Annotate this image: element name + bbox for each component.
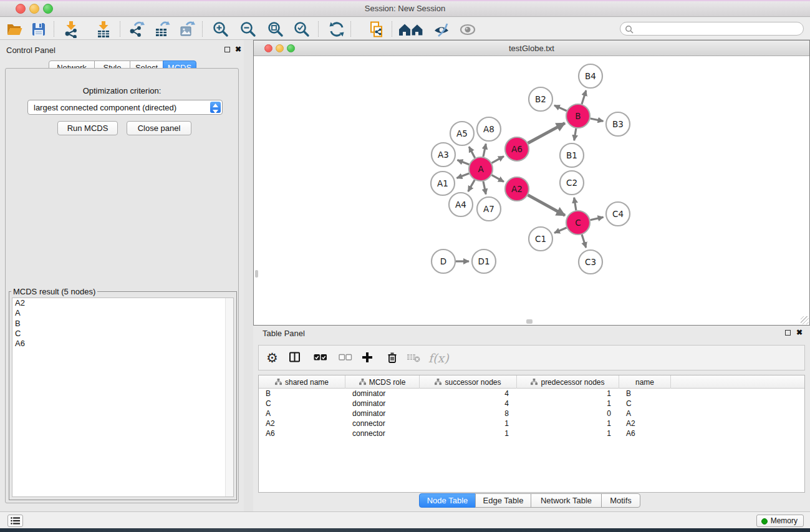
table-cell[interactable]: 1 [517, 399, 619, 409]
table-settings-button[interactable]: ⚙ [266, 351, 278, 365]
table-cell[interactable]: 4 [420, 389, 517, 399]
float-table-panel-icon[interactable] [785, 330, 791, 336]
birdseye-button[interactable] [459, 20, 478, 39]
table-cell[interactable]: dominator [345, 399, 420, 409]
open-session-button[interactable] [6, 20, 24, 39]
edge-A-A4[interactable] [468, 180, 475, 191]
table-cell[interactable]: 8 [420, 409, 517, 418]
table-cell[interactable]: A [259, 409, 345, 418]
table-cell[interactable]: 1 [420, 418, 517, 428]
export-network-button[interactable] [128, 20, 147, 39]
function-builder-button[interactable]: f(x) [428, 351, 449, 365]
export-table-button[interactable] [153, 20, 172, 39]
tab-node-table[interactable]: Node Table [419, 493, 476, 508]
float-panel-icon[interactable] [224, 47, 230, 52]
scrollbar-track[interactable] [225, 298, 233, 496]
task-history-button[interactable] [7, 515, 23, 527]
import-network-button[interactable] [62, 20, 81, 39]
edge-B-B1[interactable] [574, 128, 576, 141]
mcds-result-item[interactable]: A2 [12, 298, 233, 308]
table-cell[interactable]: dominator [345, 409, 420, 418]
table-cell[interactable]: A6 [259, 428, 345, 438]
network-overview-button[interactable] [398, 20, 427, 39]
select-all-button[interactable] [314, 351, 327, 365]
table-cell[interactable]: A6 [619, 428, 671, 438]
table-cell[interactable]: 1 [420, 428, 517, 438]
delete-button[interactable] [386, 351, 398, 365]
edge-A-A2[interactable] [492, 175, 504, 182]
column-header-shared-name[interactable]: shared name [259, 375, 345, 389]
edge-A-A5[interactable] [469, 147, 475, 158]
close-table-panel-icon[interactable]: ✖ [796, 329, 803, 336]
table-cell[interactable]: 1 [517, 389, 619, 399]
edge-A-A7[interactable] [483, 181, 486, 195]
zoom-out-button[interactable] [239, 20, 258, 39]
delete-table-button[interactable] [407, 351, 422, 365]
network-canvas[interactable]: AA1A2A3A4A5A6A7A8BB1B2B3B4CC1C2C3C4DD1 [254, 56, 809, 325]
search-field[interactable] [620, 22, 804, 36]
edge-C-C4[interactable] [591, 217, 604, 220]
edge-A-A8[interactable] [483, 144, 486, 157]
duplicate-network-button[interactable] [368, 20, 387, 39]
column-header-successor-nodes[interactable]: successor nodes [420, 375, 517, 389]
import-table-button[interactable] [95, 20, 113, 39]
table-cell[interactable]: A2 [619, 418, 671, 428]
resize-grip[interactable] [801, 316, 809, 324]
zoom-fit-button[interactable] [267, 20, 286, 39]
criterion-dropdown[interactable]: largest connected component (directed) [27, 100, 223, 115]
edge-C-C1[interactable] [554, 228, 567, 233]
table-cell[interactable]: dominator [345, 389, 420, 399]
edge-A-A1[interactable] [456, 173, 469, 178]
table-cell[interactable]: C [259, 399, 345, 409]
run-mcds-button[interactable]: Run MCDS [57, 121, 118, 135]
zoom-selected-button[interactable] [293, 20, 312, 39]
close-panel-icon[interactable]: ✖ [235, 46, 241, 52]
save-session-button[interactable] [30, 20, 49, 39]
table-cell[interactable]: A [619, 409, 671, 418]
edge-A-A6[interactable] [492, 157, 504, 163]
add-column-button[interactable] [361, 351, 374, 365]
table-cell[interactable]: 0 [517, 409, 619, 418]
table-row[interactable]: Adominator80A [259, 409, 804, 418]
table-cell[interactable]: C [619, 399, 671, 409]
edge-B-B4[interactable] [582, 90, 586, 104]
edge-C-C2[interactable] [574, 198, 576, 211]
table-cell[interactable]: A2 [259, 418, 345, 428]
refresh-button[interactable] [328, 20, 347, 39]
table-cell[interactable]: B [259, 389, 345, 399]
table-cell[interactable]: connector [345, 428, 420, 438]
table-cell[interactable]: 4 [420, 399, 517, 409]
table-row[interactable]: Bdominator41B [259, 389, 804, 399]
memory-button[interactable]: Memory [756, 515, 804, 527]
table-row[interactable]: A6connector11A6 [259, 428, 804, 438]
close-panel-button[interactable]: Close panel [127, 121, 191, 135]
vertical-scrollbar-thumb[interactable] [255, 270, 258, 278]
deselect-all-button[interactable] [339, 351, 352, 365]
network-graph[interactable]: AA1A2A3A4A5A6A7A8BB1B2B3B4CC1C2C3C4DD1 [254, 56, 809, 325]
edge-B-B2[interactable] [554, 105, 567, 111]
split-panel-button[interactable] [289, 351, 301, 365]
edge-A6-B[interactable] [528, 123, 565, 143]
node-table[interactable]: shared nameMCDS rolesuccessor nodesprede… [258, 375, 805, 493]
table-cell[interactable]: B [619, 389, 671, 399]
table-cell[interactable]: connector [345, 418, 420, 428]
zoom-in-button[interactable] [212, 20, 231, 39]
tab-motifs[interactable]: Motifs [601, 493, 640, 508]
mcds-result-item[interactable]: A [12, 308, 233, 318]
edge-A-A3[interactable] [457, 160, 469, 165]
edge-B-B3[interactable] [591, 118, 604, 121]
table-row[interactable]: Cdominator41C [259, 399, 804, 409]
tab-edge-table[interactable]: Edge Table [475, 493, 531, 508]
hide-details-button[interactable] [433, 20, 451, 39]
mcds-result-item[interactable]: C [12, 329, 233, 339]
edge-C-C3[interactable] [582, 235, 586, 248]
table-cell[interactable]: 1 [517, 418, 619, 428]
horizontal-scrollbar-thumb[interactable] [526, 319, 533, 324]
mcds-result-item[interactable]: B [12, 319, 233, 329]
column-header-MCDS-role[interactable]: MCDS role [345, 375, 420, 389]
edge-A2-C[interactable] [528, 195, 565, 216]
mcds-result-item[interactable]: A6 [12, 339, 233, 349]
table-row[interactable]: A2connector11A2 [259, 418, 804, 428]
mcds-result-list[interactable]: A2ABCA6 [12, 297, 234, 497]
search-input[interactable] [635, 23, 798, 34]
